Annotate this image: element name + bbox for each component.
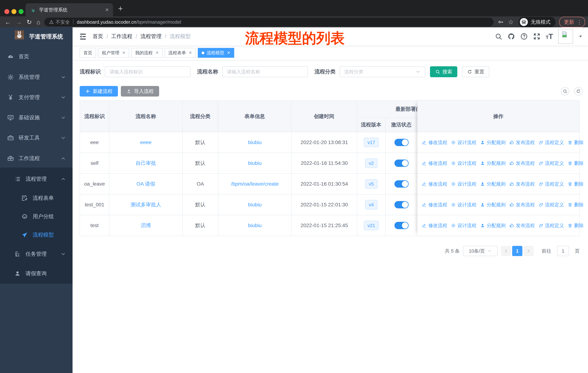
form-link[interactable]: biubiu (248, 202, 262, 208)
filter-category-select[interactable]: 流程分类 (340, 66, 425, 77)
search-button[interactable]: 搜索 (430, 66, 457, 77)
home-icon[interactable]: ⌂ (37, 19, 41, 26)
browser-menu-icon[interactable]: ⋮ (577, 19, 582, 25)
help-icon[interactable] (520, 33, 528, 40)
breadcrumb-item[interactable]: 流程模型 (169, 33, 191, 40)
page-size-select[interactable]: 10条/页 (463, 246, 498, 256)
forward-icon[interactable]: → (16, 19, 22, 26)
active-toggle[interactable] (394, 180, 409, 188)
breadcrumb-item[interactable]: 首页 (93, 33, 103, 40)
caret-down-icon[interactable] (578, 34, 583, 39)
fullscreen-icon[interactable] (533, 33, 541, 40)
assign-user-action-link[interactable]: 分配规则 (480, 139, 506, 146)
tag-close-icon[interactable]: ✕ (122, 50, 126, 55)
form-link[interactable]: biubiu (248, 160, 262, 166)
avatar[interactable] (558, 29, 573, 44)
current-page[interactable]: 1 (512, 246, 522, 256)
trash-action-link[interactable]: 删除 (567, 139, 584, 146)
window-minimize-button[interactable] (11, 9, 16, 14)
assign-user-action-link[interactable]: 分配规则 (480, 222, 506, 229)
assign-user-action-link[interactable]: 分配规则 (480, 181, 506, 187)
tag-close-icon[interactable]: ✕ (155, 50, 158, 55)
active-toggle[interactable] (394, 139, 409, 146)
create-model-button[interactable]: 新建流程 (80, 86, 118, 97)
goto-page-input[interactable] (557, 246, 569, 256)
design-gear-action-link[interactable]: 设计流程 (451, 222, 476, 229)
active-toggle[interactable] (394, 160, 409, 167)
tag-首页[interactable]: 首页 (80, 48, 96, 58)
sidebar-item-yen[interactable]: 支付管理 (0, 88, 73, 107)
breadcrumb-item[interactable]: 流程管理 (140, 33, 161, 40)
back-icon[interactable]: ← (5, 19, 11, 26)
edit-action-link[interactable]: 修改流程 (422, 181, 447, 187)
sidebar-item-group[interactable]: 用户分组 (0, 207, 73, 226)
sidebar-item-listmenu[interactable]: 流程管理 (0, 170, 73, 188)
edit-action-link[interactable]: 修改流程 (422, 222, 447, 229)
filter-name-input[interactable] (222, 66, 308, 77)
filter-id-input[interactable] (105, 66, 190, 77)
tag-流程表单[interactable]: 流程表单 ✕ (165, 48, 196, 58)
collapse-sidebar-icon[interactable] (79, 32, 87, 41)
model-name-link[interactable]: OA 请假 (136, 181, 155, 187)
window-zoom-button[interactable] (19, 9, 23, 14)
reload-icon[interactable]: ↻ (27, 18, 32, 26)
edit-action-link[interactable]: 修改流程 (422, 139, 447, 146)
new-tab-button[interactable]: + (118, 4, 123, 13)
update-button[interactable]: 更新 ⋮ (559, 17, 585, 27)
sidebar-item-send[interactable]: 流程模型 (0, 226, 73, 244)
paperclip-action-link[interactable]: 流程定义 (538, 160, 564, 166)
publish-hand-action-link[interactable]: 发布流程 (509, 160, 535, 166)
hide-search-button[interactable] (561, 87, 569, 95)
tag-流程模型[interactable]: 流程模型 ✕ (198, 48, 234, 58)
sidebar-item-briefcase[interactable]: 研发工具 (0, 129, 73, 147)
bookmark-star-icon[interactable]: ☆ (508, 18, 514, 26)
paperclip-action-link[interactable]: 流程定义 (538, 181, 564, 187)
trash-action-link[interactable]: 删除 (567, 181, 584, 187)
design-gear-action-link[interactable]: 设计流程 (451, 202, 476, 208)
address-bar[interactable]: 不安全 dashboard.yudao.iocoder.cn /bpm/mana… (44, 18, 494, 26)
search-icon[interactable] (495, 33, 502, 40)
form-link[interactable]: biubiu (248, 222, 262, 228)
sidebar-item-gear[interactable]: 系统管理 (0, 68, 73, 86)
sidebar-item-toolbox[interactable]: 工作流程 (0, 149, 73, 168)
tag-close-icon[interactable]: ✕ (227, 50, 230, 55)
edit-action-link[interactable]: 修改流程 (422, 202, 447, 208)
browser-tab[interactable]: 芋道管理系统 ✕ (26, 3, 113, 16)
assign-user-action-link[interactable]: 分配规则 (480, 160, 506, 166)
next-page-button[interactable] (524, 246, 534, 256)
publish-hand-action-link[interactable]: 发布流程 (509, 139, 535, 146)
sidebar-item-tasks[interactable]: 任务管理 (0, 245, 73, 263)
password-key-icon[interactable] (498, 19, 504, 25)
design-gear-action-link[interactable]: 设计流程 (451, 160, 476, 166)
tag-我的流程[interactable]: 我的流程 ✕ (131, 48, 162, 58)
github-icon[interactable] (507, 33, 515, 40)
publish-hand-action-link[interactable]: 发布流程 (509, 202, 535, 208)
trash-action-link[interactable]: 删除 (567, 222, 584, 229)
publish-hand-action-link[interactable]: 发布流程 (509, 222, 535, 229)
form-link[interactable]: /bpm/oa/leave/create (231, 181, 279, 187)
trash-action-link[interactable]: 删除 (567, 160, 584, 166)
import-model-button[interactable]: 导入流程 (121, 86, 159, 97)
font-size-icon[interactable]: TT (546, 32, 553, 40)
model-name-link[interactable]: eeee (140, 140, 151, 145)
active-toggle[interactable] (394, 222, 409, 229)
tag-close-icon[interactable]: ✕ (189, 50, 192, 55)
publish-hand-action-link[interactable]: 发布流程 (509, 181, 535, 187)
sidebar-item-user[interactable]: 请假查询 (0, 264, 73, 283)
reset-button[interactable]: 重置 (462, 66, 489, 77)
model-name-link[interactable]: 自己审批 (136, 160, 156, 167)
form-link[interactable]: biubiu (248, 140, 262, 145)
window-close-button[interactable] (4, 9, 9, 14)
refresh-table-button[interactable] (574, 87, 583, 95)
tag-租户管理[interactable]: 租户管理 ✕ (98, 48, 129, 58)
design-gear-action-link[interactable]: 设计流程 (451, 181, 476, 187)
design-gear-action-link[interactable]: 设计流程 (451, 139, 476, 146)
sidebar-item-form[interactable]: 流程表单 (0, 189, 73, 207)
tab-close-icon[interactable]: ✕ (105, 7, 109, 13)
trash-action-link[interactable]: 删除 (567, 202, 584, 208)
sidebar-item-monitor[interactable]: 基础设施 (0, 109, 73, 127)
prev-page-button[interactable] (501, 246, 511, 256)
paperclip-action-link[interactable]: 流程定义 (538, 202, 564, 208)
model-name-link[interactable]: 测试多审批人 (130, 201, 161, 208)
active-toggle[interactable] (394, 201, 409, 208)
